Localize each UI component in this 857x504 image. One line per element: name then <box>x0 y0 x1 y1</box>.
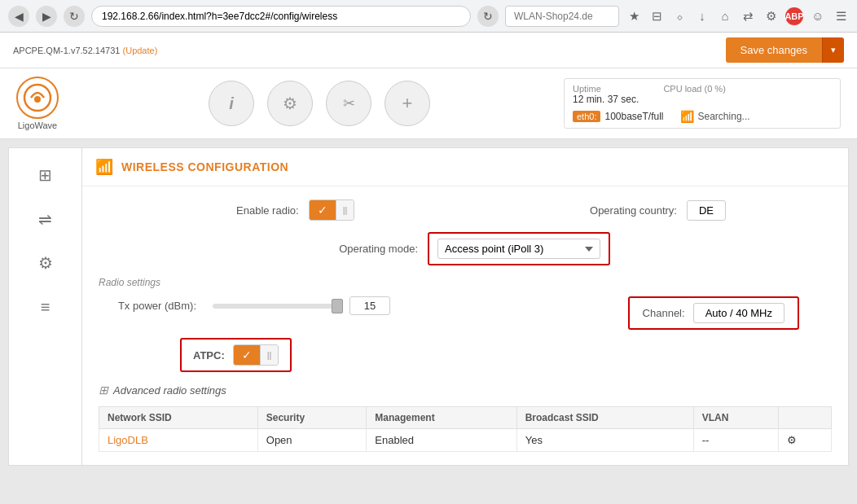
history-icon[interactable]: ⊟ <box>648 8 665 24</box>
nav-info-button[interactable]: i <box>209 81 254 126</box>
wifi-icon: 📶 <box>680 110 694 123</box>
gear-action-cell[interactable]: ⚙ <box>779 429 832 452</box>
ssid-table: Network SSID Security Management Broadca… <box>99 406 832 452</box>
advanced-label: Advanced radio settings <box>113 384 226 397</box>
advanced-icon-sidebar: ≡ <box>41 298 51 317</box>
channel-label: Channel: <box>643 307 685 319</box>
tx-power-row: Tx power (dBm): 15 <box>99 296 433 315</box>
wifi-status: 📶 Searching... <box>680 110 750 123</box>
nav-settings-button[interactable]: ⚙ <box>267 81 313 126</box>
nav-plus-button[interactable]: + <box>385 81 430 126</box>
broadcast-cell: Yes <box>516 429 693 452</box>
logo-svg <box>23 83 52 112</box>
atpc-row: ATPC: ✓ || <box>99 338 832 372</box>
connections-icon: ⇌ <box>38 209 52 229</box>
col-vlan: VLAN <box>693 407 779 429</box>
management-cell: Enabled <box>367 429 516 452</box>
refresh-button[interactable]: ↻ <box>64 6 85 27</box>
uptime-section: Uptime 12 min. 37 sec. <box>573 84 639 105</box>
settings-icon-sidebar: ⚙ <box>38 253 53 273</box>
tx-power-label: Tx power (dBm): <box>99 300 196 312</box>
tx-slider-area: 15 <box>213 296 433 315</box>
content-panel: 📶 WIRELESS CONFIGURATION Enable radio: ✓… <box>81 147 849 466</box>
atpc-toggle[interactable]: ✓ || <box>233 344 279 366</box>
save-button-group: Save changes ▾ <box>726 37 844 63</box>
country-button[interactable]: DE <box>687 200 726 221</box>
enable-radio-toggle[interactable]: ✓ || <box>309 199 355 221</box>
col-broadcast: Broadcast SSID <box>516 407 693 429</box>
forward-button[interactable]: ▶ <box>36 6 57 27</box>
bookmark-icon[interactable]: ★ <box>626 8 642 24</box>
app-version: APCPE.QM-1.v7.52.14731 (Update) <box>13 46 157 55</box>
atpc-label: ATPC: <box>193 349 225 362</box>
abp-icon[interactable]: ABP <box>785 7 803 25</box>
panel-body: Enable radio: ✓ || Operating country: DE <box>82 186 848 465</box>
menu-icon[interactable]: ☰ <box>833 8 849 24</box>
vlan-cell: -- <box>693 429 779 452</box>
ssid-table-head: Network SSID Security Management Broadca… <box>99 407 832 429</box>
logo-icon <box>16 77 59 119</box>
logo-text: LigoWave <box>18 121 58 130</box>
col-actions <box>779 407 832 429</box>
nav-bar: LigoWave i ⚙ ✂ + Uptime 12 min. 37 sec. … <box>0 68 857 139</box>
sidebar: ⊞ ⇌ ⚙ ≡ <box>8 147 81 466</box>
back-button[interactable]: ◀ <box>8 6 29 27</box>
operating-mode-highlight: Access point (iPoll 3) Access point (IEE… <box>428 232 610 265</box>
app-header: APCPE.QM-1.v7.52.14731 (Update) Save cha… <box>0 33 857 68</box>
operating-mode-select[interactable]: Access point (iPoll 3) Access point (IEE… <box>437 239 600 259</box>
network-icon: ⊞ <box>38 165 52 185</box>
channel-value-button[interactable]: Auto / 40 MHz <box>693 303 784 323</box>
logo-area: LigoWave <box>16 77 59 130</box>
browser-bar: ◀ ▶ ↻ ↻ ★ ⊟ ⬦ ↓ ⌂ ⇄ ⚙ ABP ☺ ☰ <box>0 0 857 33</box>
col-management: Management <box>367 407 516 429</box>
atpc-toggle-on[interactable]: ✓ <box>234 345 260 365</box>
reload-button[interactable]: ↻ <box>477 6 499 27</box>
atpc-toggle-off[interactable]: || <box>260 345 279 365</box>
status-top: Uptime 12 min. 37 sec. CPU load (0 %) <box>573 84 832 105</box>
nav-tools-button[interactable]: ✂ <box>326 81 371 126</box>
ssid-table-body: LigoDLB Open Enabled Yes -- ⚙ <box>99 429 832 452</box>
security-cell: Open <box>257 429 367 452</box>
tx-value: 15 <box>349 296 390 315</box>
nav-icons: i ⚙ ✂ + <box>91 81 547 126</box>
enable-radio-label: Enable radio: <box>201 204 299 217</box>
table-row: LigoDLB Open Enabled Yes -- ⚙ <box>99 429 832 452</box>
toggle-on[interactable]: ✓ <box>310 200 336 220</box>
status-panel: Uptime 12 min. 37 sec. CPU load (0 %) et… <box>564 78 841 129</box>
sidebar-item-settings[interactable]: ⚙ <box>23 244 68 282</box>
col-ssid: Network SSID <box>99 407 258 429</box>
search-bar[interactable] <box>505 6 619 27</box>
panel-title: WIRELESS CONFIGURATION <box>121 160 288 173</box>
eth-status: eth0: 100baseT/full <box>573 111 664 122</box>
advanced-settings-row[interactable]: ⊞ Advanced radio settings <box>99 383 832 397</box>
operating-mode-row: Operating mode: Access point (iPoll 3) A… <box>99 232 832 265</box>
tx-channel-row: Tx power (dBm): 15 Channel: Auto / 40 MH… <box>99 296 832 330</box>
home-icon[interactable]: ⌂ <box>717 8 733 24</box>
settings-icon[interactable]: ⚙ <box>763 8 779 24</box>
sidebar-item-network[interactable]: ⊞ <box>23 156 68 194</box>
url-bar[interactable] <box>91 6 471 27</box>
col-security: Security <box>257 407 367 429</box>
status-bottom: eth0: 100baseT/full 📶 Searching... <box>573 110 832 123</box>
sidebar-item-advanced[interactable]: ≡ <box>23 288 68 326</box>
enable-radio-row: Enable radio: ✓ || Operating country: DE <box>99 199 832 221</box>
table-header-row: Network SSID Security Management Broadca… <box>99 407 832 429</box>
panel-wifi-icon: 📶 <box>95 158 113 176</box>
pocket-icon[interactable]: ⬦ <box>671 8 688 24</box>
operating-country-label: Operating country: <box>579 204 677 217</box>
ssid-link[interactable]: LigoDLB <box>108 434 148 446</box>
save-changes-button[interactable]: Save changes <box>726 37 822 63</box>
tx-slider-handle[interactable] <box>332 299 343 313</box>
atpc-box: ATPC: ✓ || <box>180 338 292 372</box>
tx-slider-track[interactable] <box>213 304 343 309</box>
sync-icon[interactable]: ⇄ <box>740 8 756 24</box>
advanced-expand-icon: ⊞ <box>99 383 108 397</box>
ssid-cell: LigoDLB <box>99 429 258 452</box>
toggle-off[interactable]: || <box>336 200 354 220</box>
sidebar-item-connections[interactable]: ⇌ <box>23 200 68 238</box>
cpu-section: CPU load (0 %) <box>663 84 725 105</box>
download-icon[interactable]: ↓ <box>694 8 710 24</box>
update-link[interactable]: (Update) <box>123 46 158 55</box>
save-dropdown-button[interactable]: ▾ <box>822 37 844 63</box>
emoji-icon[interactable]: ☺ <box>810 8 826 24</box>
